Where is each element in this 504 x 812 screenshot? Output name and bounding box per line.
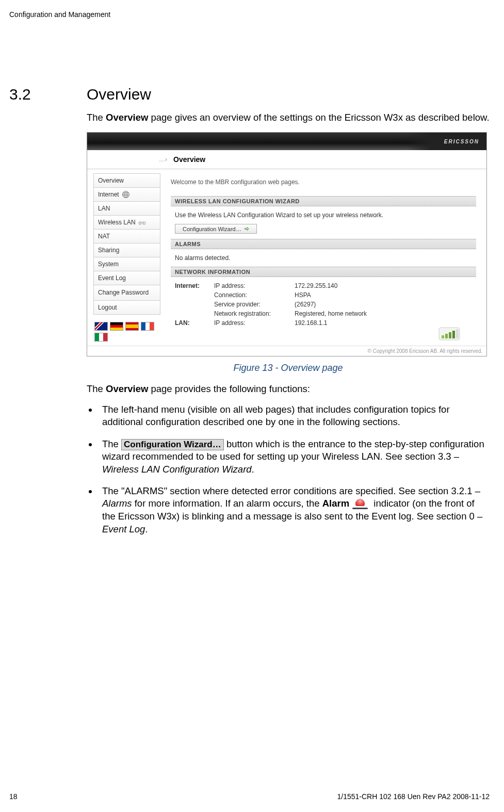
list-item: The Configuration Wizard… button which i…: [98, 438, 490, 476]
sidebar-item-event-log[interactable]: Event Log: [93, 271, 160, 285]
sidebar-item-lan[interactable]: LAN: [93, 201, 160, 215]
net-value: Registered, home network: [295, 310, 472, 317]
svg-rect-5: [456, 329, 459, 338]
flag-it-icon[interactable]: [94, 333, 108, 342]
configuration-wizard-button[interactable]: Configuration Wizard… ➪: [175, 224, 257, 234]
button-label: Configuration Wizard…: [183, 226, 241, 232]
page-header: Configuration and Management: [9, 10, 490, 19]
list-item: The "ALARMS" section where detected erro…: [98, 485, 490, 535]
sidebar-item-label: Internet: [98, 191, 119, 198]
net-cat-internet: Internet:: [175, 282, 211, 289]
page-footer: 18 1/1551-CRH 102 168 Uen Rev PA2 2008-1…: [9, 792, 490, 801]
svg-rect-3: [449, 332, 451, 338]
text-italic: Wireless LAN Configuration Wizard: [102, 464, 252, 475]
text: for more information. If an alarm occurs…: [132, 498, 322, 509]
sidebar-item-wireless-lan[interactable]: Wireless LAN: [93, 215, 160, 229]
net-value: 172.29.255.140: [295, 282, 472, 289]
section-number: 3.2: [9, 86, 87, 103]
net-key: IP address:: [214, 319, 291, 327]
text: page gives an overview of the settings o…: [148, 112, 489, 123]
screenshot-copyright: © Copyright 2008 Ericsson AB. All rights…: [87, 346, 486, 356]
functions-list: The left-hand menu (visible on all web p…: [98, 403, 490, 535]
net-key: Network registration:: [214, 310, 291, 317]
sidebar-item-change-password[interactable]: Change Password: [93, 285, 160, 300]
section-title: Overview: [87, 86, 151, 103]
text-bold: Overview: [106, 112, 148, 123]
list-item: The left-hand menu (visible on all web p…: [98, 403, 490, 429]
figure-caption: Figure 13 - Overview page: [87, 363, 490, 373]
language-flags: [93, 322, 156, 342]
intro-paragraph: The Overview page gives an overview of t…: [87, 111, 490, 124]
net-value: (26297): [295, 301, 472, 308]
page-number: 18: [9, 792, 18, 801]
panel-header-wlan: WIRELESS LAN CONFIGURATION WIZARD: [171, 196, 476, 206]
flag-fr-icon[interactable]: [141, 322, 154, 331]
text: The: [102, 439, 121, 449]
sidebar-item-logout[interactable]: Logout: [93, 300, 160, 315]
svg-rect-2: [445, 334, 448, 338]
text: .: [252, 464, 254, 475]
panel-body-network: Internet: IP address: 172.29.255.140 Con…: [171, 277, 476, 332]
text-bold: Alarm: [322, 498, 349, 509]
panel-body-alarms: No alarms detected.: [171, 249, 476, 267]
inline-config-wizard-button: Configuration Wizard…: [121, 439, 224, 450]
net-value: HSPA: [295, 291, 472, 299]
panel-header-alarms: ALARMS: [171, 239, 476, 249]
text: The: [87, 112, 106, 123]
doc-reference: 1/1551-CRH 102 168 Uen Rev PA2 2008-11-1…: [337, 792, 490, 801]
globe-icon: [122, 191, 129, 198]
functions-intro: The Overview page provides the following…: [87, 383, 490, 395]
text-italic: Event Log: [102, 524, 145, 534]
text: page provides the following functions:: [148, 383, 310, 394]
sidebar-item-label: Wireless LAN: [98, 219, 136, 226]
net-cat-lan: LAN:: [175, 319, 211, 327]
flag-es-icon[interactable]: [125, 322, 139, 331]
welcome-text: Welcome to the MBR configuration web pag…: [171, 178, 476, 186]
screenshot-overview-page: ERICSSON …› Overview Overview Internet L…: [87, 132, 487, 356]
flag-de-icon[interactable]: [110, 322, 123, 331]
alarm-indicator-icon: [350, 498, 370, 510]
arrow-right-icon: ➪: [245, 225, 249, 232]
signal-strength-icon: [438, 327, 461, 341]
text-bold: Overview: [106, 383, 148, 394]
sidebar-nav: Overview Internet LAN Wireless LAN NAT S…: [93, 173, 160, 315]
net-key: IP address:: [214, 282, 291, 289]
wifi-icon: [139, 219, 145, 225]
sidebar-item-overview[interactable]: Overview: [93, 173, 160, 187]
sidebar-item-internet[interactable]: Internet: [93, 187, 160, 201]
wlan-text: Use the Wireless LAN Configuration Wizar…: [175, 212, 472, 219]
net-value: 192.168.1.1: [295, 319, 472, 327]
net-key: Service provider:: [214, 301, 291, 308]
panel-header-network: NETWORK INFORMATION: [171, 267, 476, 277]
sidebar-item-sharing[interactable]: Sharing: [93, 243, 160, 257]
text: .: [145, 524, 148, 534]
text-italic: Alarms: [102, 498, 132, 509]
text: The: [87, 383, 106, 394]
net-key: Connection:: [214, 291, 291, 299]
breadcrumb-title: Overview: [173, 155, 205, 164]
breadcrumb-arrow-icon: …›: [87, 156, 173, 163]
panel-body-wlan: Use the Wireless LAN Configuration Wizar…: [171, 206, 476, 239]
flag-uk-icon[interactable]: [94, 322, 108, 331]
sidebar-item-system[interactable]: System: [93, 257, 160, 271]
breadcrumb: …› Overview: [87, 150, 486, 169]
titlebar: ERICSSON: [87, 133, 486, 150]
svg-rect-4: [452, 331, 455, 338]
svg-rect-1: [442, 335, 444, 338]
sidebar-item-nat[interactable]: NAT: [93, 229, 160, 243]
text: The "ALARMS" section where detected erro…: [102, 485, 480, 496]
ericsson-logo: ERICSSON: [407, 133, 486, 150]
